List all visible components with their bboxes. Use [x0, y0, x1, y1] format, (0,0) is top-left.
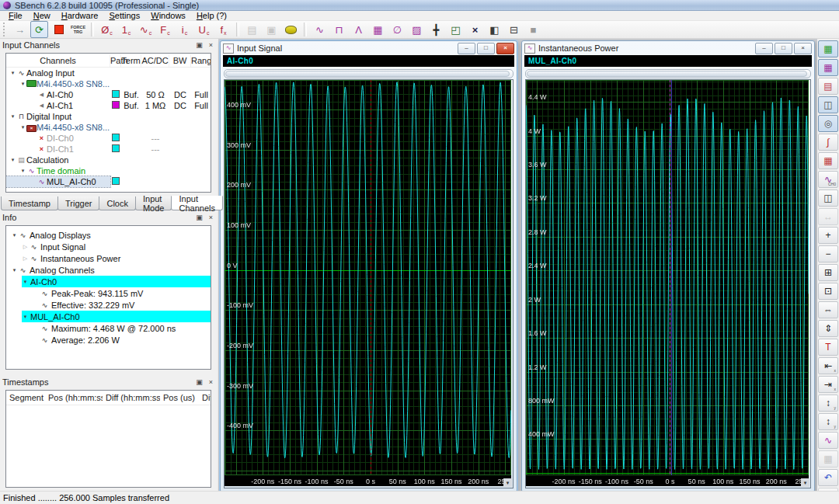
expander-open-icon[interactable]: ▾ — [9, 157, 16, 163]
calc-fft-button[interactable]: Fc — [156, 21, 174, 38]
float-panel-icon[interactable]: ▣ — [194, 213, 204, 222]
split-horizontal-button[interactable]: ⊟ — [505, 21, 523, 38]
column-header-channels[interactable]: Channels — [6, 54, 110, 67]
hide-decorations-button[interactable]: ▦ — [818, 59, 838, 76]
zoom-out-button[interactable]: − — [818, 245, 838, 262]
maximize-button[interactable]: □ — [477, 43, 495, 54]
menu-item-windows[interactable]: Windows — [145, 11, 191, 21]
expander-open-icon[interactable]: ▾ — [19, 168, 26, 174]
channel-row-digital-input[interactable]: ▾⊓Digital Input — [6, 111, 211, 122]
cursor-right-button[interactable]: ⇥x — [818, 376, 838, 393]
close-button[interactable]: × — [794, 43, 812, 54]
calc-average-button[interactable]: Øc — [98, 21, 116, 38]
channel-row-m4i-4450-x8-sn8[interactable]: ▾×M4i.4450-x8 SN8... — [6, 122, 211, 133]
ts-column-pos-us[interactable]: Pos (us) — [160, 393, 199, 402]
tab-input-mode[interactable]: Input Mode — [135, 196, 172, 210]
display-menu-arrow[interactable]: ▾ — [801, 478, 809, 487]
scrollbar-thumb[interactable] — [527, 71, 807, 77]
stop-button[interactable] — [50, 21, 68, 38]
display-menu-arrow[interactable]: ▾ — [503, 478, 512, 487]
cursor-y1-button[interactable]: ↕y — [818, 395, 838, 412]
instantaneous-power-display-titlebar[interactable]: ∿Instantaneous Power–□× — [522, 41, 814, 55]
calc-shrink-button[interactable]: ic — [176, 21, 193, 38]
new-analog-display-button[interactable]: ∿ — [311, 21, 329, 38]
export-file-button[interactable]: ▤ — [243, 21, 261, 38]
fit-horizontal-button[interactable]: ↔ — [818, 208, 838, 225]
info-row-instantaneous-power[interactable]: ▷∿Instantaneous Power — [6, 252, 211, 264]
data-manager-button[interactable] — [282, 21, 300, 38]
grid-style-button[interactable]: ▦ — [818, 152, 838, 169]
column-header-range[interactable]: Range — [191, 54, 211, 67]
close-display-button[interactable]: × — [466, 21, 484, 38]
info-row-effective-332-229-mv[interactable]: ∿Effective: 332.229 mV — [6, 299, 211, 311]
info-row-peak-peak-943-115-mv[interactable]: ∿Peak-Peak: 943.115 mV — [6, 287, 211, 299]
channel-select-button[interactable]: ∿CH0 — [818, 171, 838, 188]
overlay-button[interactable]: ◫ — [818, 189, 838, 207]
maximize-button[interactable]: □ — [775, 43, 792, 54]
info-row-analog-displays[interactable]: ▾∿Analog Displays — [6, 229, 211, 241]
fit-x-button[interactable]: ⇔ — [818, 301, 838, 318]
ts-column-segment[interactable]: Segment — [6, 393, 45, 402]
calc-formula-button[interactable]: fx — [214, 21, 232, 38]
close-button[interactable]: × — [496, 43, 514, 54]
tab-trigger[interactable]: Trigger — [57, 196, 99, 210]
channel-color-swatch[interactable] — [110, 144, 121, 154]
new-pattern-display-button[interactable]: ▦ — [369, 21, 387, 38]
tab-input-channels[interactable]: Input Channels — [171, 196, 222, 210]
display-frame-button[interactable]: ◫ — [818, 96, 838, 113]
input-signal-display[interactable]: ∿Input Signal–□×AI-Ch0▾ — [220, 40, 517, 492]
input-signal-display-canvas[interactable] — [225, 80, 511, 486]
channel-row-m4i-4450-x8-sn8[interactable]: ▾M4i.4450-x8 SN8... — [6, 78, 211, 89]
zoom-select-button[interactable]: ◎ — [818, 115, 838, 132]
calc-scale-button[interactable]: 1c — [117, 21, 135, 38]
float-panel-icon[interactable]: ▣ — [194, 377, 204, 387]
expander-open-icon[interactable]: ▾ — [9, 113, 16, 120]
expander-open-icon[interactable]: ▾ — [22, 279, 29, 285]
tile-displays-button[interactable]: ╋ — [427, 21, 445, 38]
cursor-y2-button[interactable]: ↕y — [818, 413, 838, 430]
info-row-analog-channels[interactable]: ▾∿Analog Channels — [6, 264, 211, 276]
menu-item-file[interactable]: File — [3, 11, 28, 21]
signal-style-button[interactable]: ∿ — [818, 432, 838, 449]
zoom-prev-button[interactable]: ⊡ — [818, 283, 838, 300]
toolbar-grip[interactable] — [3, 23, 8, 36]
column-header-bw[interactable]: BW — [169, 54, 191, 67]
info-row-input-signal[interactable]: ▷∿Input Signal — [6, 241, 211, 252]
info-row-average-2-206-w[interactable]: ∿Average: 2.206 W — [6, 334, 211, 346]
input-signal-display-titlebar[interactable]: ∿Input Signal–□× — [221, 41, 517, 55]
horizontal-scrollbar[interactable] — [224, 69, 513, 78]
timestamps-panel-header[interactable]: Timestamps ▣ × — [0, 376, 218, 388]
save-file-button[interactable]: ▣ — [263, 21, 280, 38]
channel-row-time-domain[interactable]: ▾∿Time domain — [6, 165, 211, 176]
instantaneous-power-display-canvas[interactable] — [526, 80, 809, 486]
show-grid-button[interactable]: ▦ — [818, 40, 838, 57]
info-row-ai-ch0[interactable]: ▾AI-Ch0 — [6, 276, 211, 287]
expander-open-icon[interactable]: ▾ — [11, 267, 18, 273]
channel-row-di-ch1[interactable]: ×DI-Ch1--- — [6, 144, 211, 155]
ts-column-pos-hh-mm-ss[interactable]: Pos (hh:mm:ss) — [45, 393, 103, 402]
ts-column-diff-hh-mm-ss[interactable]: Diff (hh:mm:ss) — [103, 393, 160, 402]
trigger-level-button[interactable]: T — [818, 339, 838, 356]
close-panel-icon[interactable]: × — [206, 213, 216, 222]
info-row-mul-ai-ch0[interactable]: ▾MUL_AI-Ch0 — [6, 311, 211, 322]
new-xy-display-button[interactable]: ∅ — [388, 21, 406, 38]
interpolation-button[interactable]: ∫ — [818, 134, 838, 151]
run-next-button[interactable]: → — [11, 21, 29, 38]
expander-open-icon[interactable]: ▾ — [19, 81, 26, 87]
plot-area[interactable]: ▾ — [224, 79, 513, 488]
expander-open-icon[interactable]: ▾ — [19, 124, 26, 130]
expander-open-icon[interactable]: ▾ — [22, 314, 29, 320]
blank-button[interactable]: ■ — [524, 21, 542, 38]
channel-color-swatch[interactable] — [110, 177, 121, 186]
minimize-button[interactable]: – — [458, 43, 475, 54]
channel-row-ai-ch0[interactable]: ◀AI-Ch0Buf.50 ΩDCFull± 500 mV — [6, 89, 211, 100]
expander-closed-icon[interactable]: ▷ — [22, 255, 29, 262]
info-row-maximum-4-468-w-72-000-ns[interactable]: ∿Maximum: 4.468 W @ 72.000 ns — [6, 322, 211, 334]
run-loop-button[interactable]: ⟳ — [30, 21, 48, 38]
channel-color-swatch[interactable] — [110, 90, 121, 99]
minimize-button[interactable]: – — [755, 43, 773, 54]
close-panel-icon[interactable]: × — [206, 40, 216, 50]
input-channels-panel-header[interactable]: Input Channels ▣ × — [0, 39, 218, 51]
window-titlebar[interactable]: SBench 6.2.8 build 10095 (Professional -… — [0, 0, 839, 11]
plot-area[interactable]: ▾ — [525, 79, 811, 488]
